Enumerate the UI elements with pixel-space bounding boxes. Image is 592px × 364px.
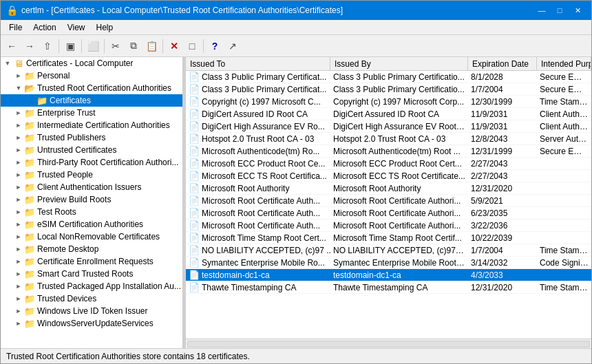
col-header-expiry[interactable]: Expiration Date [468, 57, 537, 70]
table-row[interactable]: 📄 testdomain-dc1-ca testdomain-dc1-ca 4/… [186, 269, 591, 281]
tree-item-local-nonremovable[interactable]: ► 📁 Local NonRemovable Certificates [1, 231, 182, 243]
table-row[interactable]: 📄 NO LIABILITY ACCEPTED, (c)97 ... NO LI… [186, 244, 591, 257]
delete-button[interactable]: ✕ [166, 38, 182, 54]
table-row[interactable]: 📄 Hotspot 2.0 Trust Root CA - 03 Hotspot… [186, 133, 591, 145]
table-row[interactable]: 📄 Microsoft ECC TS Root Certifica... Mic… [186, 170, 591, 182]
properties-button[interactable]: □ [184, 38, 200, 54]
table-row[interactable]: 📄 Microsoft ECC Product Root Ce... Micro… [186, 158, 591, 170]
cell-expiry: 4/3/2033 [468, 270, 537, 280]
minimize-button[interactable]: — [533, 4, 550, 17]
cut-button[interactable]: ✂ [107, 38, 124, 54]
col-header-issued-to[interactable]: Issued To [186, 57, 330, 70]
tree-test-roots-label: Test Roots [35, 207, 76, 217]
cell-issued-to: 📄 DigiCert Assured ID Root CA [186, 109, 330, 119]
tree-item-preview-build[interactable]: ► 📁 Preview Build Roots [1, 193, 182, 206]
cert-icon: 📄 [189, 233, 200, 243]
tree-item-client-auth[interactable]: ► 📁 Client Authentication Issuers [1, 181, 182, 193]
tree-item-personal[interactable]: ► 📁 Personal [1, 69, 182, 82]
main-content: ▼ 🖥 Certificates - Local Computer ► 📁 Pe… [1, 57, 591, 348]
cell-expiry: 2/27/2043 [468, 171, 537, 181]
table-row[interactable]: 📄 Microsoft Root Authority Microsoft Roo… [186, 182, 591, 195]
tree-item-trusted-packaged[interactable]: ► 📁 Trusted Packaged App Installation Au… [1, 280, 182, 292]
table-row[interactable]: 📄 Class 3 Public Primary Certificat... C… [186, 71, 591, 83]
toolbar-separator-5 [203, 39, 204, 53]
tree-item-trusted-people[interactable]: ► 📁 Trusted People [1, 169, 182, 181]
tree-item-certificates[interactable]: 📁 Certificates [1, 94, 182, 107]
list-hscroll[interactable] [186, 339, 591, 348]
table-row[interactable]: 📄 Microsoft Root Certificate Auth... Mic… [186, 195, 591, 207]
table-row[interactable]: 📄 Microsoft Root Certificate Auth... Mic… [186, 207, 591, 220]
toolbar-separator-1 [59, 39, 59, 53]
tree-item-third-party-root[interactable]: ► 📁 Third-Party Root Certification Autho… [1, 156, 182, 169]
cell-issued-to: 📄 Microsoft Root Certificate Auth... [186, 195, 330, 206]
tree-item-cert-enrollment[interactable]: ► 📁 Certificate Enrollment Requests [1, 255, 182, 268]
export-button[interactable]: ↗ [224, 38, 241, 54]
table-row[interactable]: 📄 Microsoft Root Certificate Auth... Mic… [186, 220, 591, 232]
tree-item-esim[interactable]: ► 📁 eSIM Certification Authorities [1, 218, 182, 231]
menu-view[interactable]: View [62, 21, 91, 33]
cell-expiry: 8/1/2028 [468, 72, 537, 82]
tree-item-trusted-publishers[interactable]: ► 📁 Trusted Publishers [1, 131, 182, 144]
forward-button[interactable]: → [21, 38, 38, 54]
cell-expiry: 1/7/2004 [468, 246, 537, 255]
tree-trusted-pub-label: Trusted Publishers [35, 133, 106, 142]
tree-root[interactable]: ▼ 🖥 Certificates - Local Computer [1, 57, 182, 69]
trusted-packaged-expand-icon: ► [13, 283, 24, 290]
tree-item-enterprise-trust[interactable]: ► 📁 Enterprise Trust [1, 107, 182, 119]
client-auth-expand-icon: ► [13, 184, 24, 191]
cell-issued-by: Microsoft ECC TS Root Certificate... [330, 171, 468, 181]
smart-card-expand-icon: ► [13, 270, 24, 277]
tree-trusted-devices-label: Trusted Devices [35, 294, 96, 303]
cell-issued-to: 📄 Microsoft Time Stamp Root Cert... [186, 233, 330, 243]
tree-item-windows-live-id[interactable]: ► 📁 Windows Live ID Token Issuer [1, 305, 182, 317]
table-row[interactable]: 📄 Copyright (c) 1997 Microsoft C... Copy… [186, 96, 591, 108]
table-row[interactable]: 📄 Microsoft Authenticode(tm) Ro... Micro… [186, 145, 591, 158]
tree-item-test-roots[interactable]: ► 📁 Test Roots [1, 206, 182, 218]
cell-issued-to: 📄 Copyright (c) 1997 Microsoft C... [186, 96, 330, 107]
menu-help[interactable]: Help [91, 21, 119, 33]
cell-purpose: Secure Email, C [537, 147, 591, 156]
tree-item-untrusted-certs[interactable]: ► 📁 Untrusted Certificates [1, 144, 182, 156]
cell-expiry: 3/22/2036 [468, 221, 537, 231]
cert-icon: 📄 [189, 220, 200, 231]
new-window-button[interactable]: ⬜ [85, 38, 101, 54]
menu-action[interactable]: Action [28, 21, 61, 33]
cell-issued-by: Microsoft Root Certificate Authori... [330, 196, 468, 206]
table-row[interactable]: 📄 Symantec Enterprise Mobile Ro... Syman… [186, 257, 591, 269]
cell-issued-by: Symantec Enterprise Mobile Root ... [330, 258, 468, 268]
hscroll-track[interactable] [187, 341, 590, 347]
col-header-purpose[interactable]: Intended Purp... [537, 57, 591, 70]
trusted-pub-folder-icon: 📁 [24, 133, 35, 143]
paste-button[interactable]: 📋 [143, 38, 160, 54]
cert-icon: 📄 [189, 121, 200, 131]
table-row[interactable]: 📄 Microsoft Time Stamp Root Cert... Micr… [186, 232, 591, 244]
tree-preview-label: Preview Build Roots [35, 195, 111, 204]
tree-item-trusted-root[interactable]: ▼ 📂 Trusted Root Certification Authoriti… [1, 82, 182, 94]
maximize-button[interactable]: □ [551, 4, 568, 17]
cell-expiry: 1/7/2004 [468, 85, 537, 94]
test-roots-folder-icon: 📁 [24, 207, 35, 217]
show-hide-button[interactable]: ▣ [62, 38, 78, 54]
cell-expiry: 12/31/1999 [468, 147, 537, 156]
tree-item-remote-desktop[interactable]: ► 📁 Remote Desktop [1, 243, 182, 255]
cert-icon: 📄 [189, 282, 200, 292]
close-button[interactable]: ✕ [569, 4, 586, 17]
menu-file[interactable]: File [3, 21, 28, 33]
tree-item-smart-card[interactable]: ► 📁 Smart Card Trusted Roots [1, 268, 182, 280]
tree-item-intermediate-ca[interactable]: ► 📁 Intermediate Certification Authoriti… [1, 119, 182, 131]
table-row[interactable]: 📄 Class 3 Public Primary Certificat... C… [186, 83, 591, 96]
back-button[interactable]: ← [3, 38, 20, 54]
table-row[interactable]: 📄 DigiCert Assured ID Root CA DigiCert A… [186, 108, 591, 120]
table-row[interactable]: 📄 Thawte Timestamping CA Thawte Timestam… [186, 281, 591, 294]
copy-button[interactable]: ⧉ [125, 38, 142, 54]
tree-item-trusted-devices[interactable]: ► 📁 Trusted Devices [1, 292, 182, 305]
help-button[interactable]: ? [207, 38, 223, 54]
col-header-issued-by[interactable]: Issued By [330, 57, 468, 70]
up-button[interactable]: ⇧ [39, 38, 56, 54]
tree-item-wsus[interactable]: ► 📁 WindowsServerUpdateServices [1, 317, 182, 330]
wsus-folder-icon: 📁 [24, 319, 35, 329]
table-row[interactable]: 📄 DigiCert High Assurance EV Ro... DigiC… [186, 120, 591, 133]
cert-icon: 📄 [189, 195, 200, 206]
cell-purpose: Secure Email, C [537, 72, 591, 82]
test-roots-expand-icon: ► [13, 208, 24, 215]
